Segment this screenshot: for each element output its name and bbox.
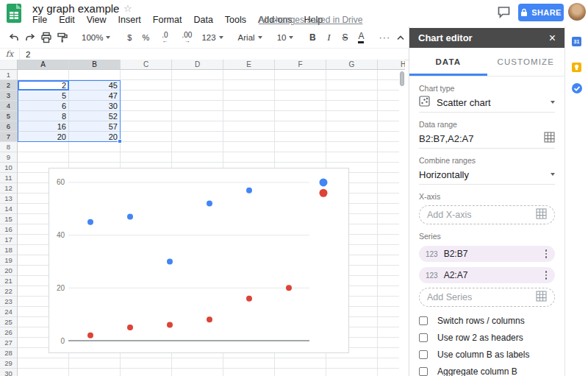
currency-format-button[interactable]: $: [121, 29, 137, 46]
undo-icon[interactable]: [6, 29, 22, 46]
checkbox-row-switch-rows-columns[interactable]: Switch rows / columns: [419, 316, 555, 326]
paint-format-icon[interactable]: [54, 29, 71, 46]
cell-A3[interactable]: 5: [18, 91, 66, 101]
row-header-30[interactable]: 30: [0, 369, 18, 376]
row-header-16[interactable]: 16: [0, 224, 18, 235]
row-header-2[interactable]: 2: [0, 80, 18, 91]
menu-format[interactable]: Format: [147, 13, 188, 26]
select-range-grid-icon[interactable]: [544, 132, 555, 146]
tasks-icon[interactable]: [572, 83, 582, 96]
column-header-B[interactable]: B: [69, 60, 121, 70]
row-header-3[interactable]: 3: [0, 91, 18, 101]
cell-A7[interactable]: 20: [18, 132, 66, 142]
cell-B3[interactable]: 47: [69, 91, 118, 101]
checkbox-row-aggregate-column-b[interactable]: Aggregate column B: [419, 366, 555, 376]
row-header-9[interactable]: 9: [0, 152, 18, 163]
share-button[interactable]: SHARE: [518, 4, 564, 21]
row-header-14[interactable]: 14: [0, 204, 18, 214]
percent-format-button[interactable]: %: [137, 29, 154, 46]
checkbox-unchecked[interactable]: [419, 316, 428, 325]
column-header-D[interactable]: D: [172, 60, 223, 70]
chart-type-select[interactable]: Scatter chart: [419, 93, 555, 113]
avatar[interactable]: [568, 3, 586, 21]
font-family-select[interactable]: Arial: [234, 29, 266, 46]
checkbox-row-use-row-2-as-headers[interactable]: Use row 2 as headers: [419, 333, 555, 343]
column-header-G[interactable]: G: [326, 60, 378, 70]
point-A2:A7-1[interactable]: [87, 333, 93, 338]
row-header-23[interactable]: 23: [0, 297, 18, 307]
point-B2:B7-3[interactable]: [167, 258, 173, 264]
column-header-E[interactable]: E: [223, 60, 275, 70]
point-B2:B7-4[interactable]: [207, 201, 212, 207]
collapse-toolbar-icon[interactable]: [392, 29, 409, 46]
comment-icon[interactable]: [497, 6, 511, 21]
menu-tools[interactable]: Tools: [219, 13, 252, 26]
point-A2:A7-5[interactable]: [246, 296, 252, 302]
cell-A4[interactable]: 6: [18, 101, 66, 111]
row-header-28[interactable]: 28: [0, 348, 18, 358]
point-A2:A7-4[interactable]: [207, 316, 212, 322]
fill-handle[interactable]: [118, 139, 122, 143]
bold-button[interactable]: B: [304, 29, 320, 46]
row-header-13[interactable]: 13: [0, 194, 18, 204]
row-header-7[interactable]: 7: [0, 132, 18, 142]
row-header-26[interactable]: 26: [0, 327, 18, 338]
row-header-8[interactable]: 8: [0, 142, 18, 152]
menu-view[interactable]: View: [81, 13, 112, 26]
row-header-15[interactable]: 15: [0, 214, 18, 224]
series-item-a2a7[interactable]: 123A2:A7: [419, 267, 555, 283]
point-B2:B7-5[interactable]: [246, 188, 252, 194]
checkbox-unchecked[interactable]: [419, 333, 428, 342]
row-header-17[interactable]: 17: [0, 235, 18, 245]
data-range-field[interactable]: B2:B7,A2:A7: [419, 129, 555, 149]
select-all-corner[interactable]: [0, 60, 18, 70]
row-header-12[interactable]: 12: [0, 183, 18, 194]
cell-A2[interactable]: 2: [18, 80, 66, 91]
cell-A6[interactable]: 16: [18, 121, 66, 132]
row-header-25[interactable]: 25: [0, 317, 18, 327]
close-icon[interactable]: ×: [549, 32, 556, 44]
tab-customize[interactable]: CUSTOMIZE: [487, 48, 565, 76]
cell-A5[interactable]: 8: [18, 111, 66, 121]
tab-data[interactable]: DATA: [409, 48, 487, 76]
select-range-grid-icon[interactable]: [536, 291, 547, 305]
cell-B4[interactable]: 30: [69, 101, 118, 111]
formula-bar[interactable]: fx 2: [0, 49, 409, 60]
point-A2:A7-6[interactable]: [286, 285, 292, 291]
row-header-1[interactable]: 1: [0, 70, 18, 80]
add-series-field[interactable]: Add Series: [419, 288, 555, 307]
star-icon[interactable]: ☆: [123, 3, 132, 14]
row-header-6[interactable]: 6: [0, 121, 18, 132]
column-header-F[interactable]: F: [275, 60, 326, 70]
vertical-scrollbar-thumb[interactable]: [400, 71, 404, 86]
decrease-decimal-button[interactable]: .0 ←: [154, 29, 176, 46]
strikethrough-button[interactable]: S: [337, 29, 353, 46]
text-color-button[interactable]: A: [353, 29, 369, 46]
save-status-link[interactable]: All changes saved in Drive: [259, 15, 362, 25]
series-item-b2b7[interactable]: 123B2:B7: [419, 246, 555, 262]
highlight-point-A2:A7[interactable]: [319, 189, 327, 197]
more-formats-button[interactable]: 123: [198, 29, 226, 46]
increase-decimal-button[interactable]: .00 →: [176, 29, 198, 46]
row-header-20[interactable]: 20: [0, 266, 18, 276]
column-header-A[interactable]: A: [18, 60, 69, 70]
menu-insert[interactable]: Insert: [112, 13, 147, 26]
row-header-22[interactable]: 22: [0, 286, 18, 297]
select-range-grid-icon[interactable]: [536, 208, 547, 222]
redo-icon[interactable]: [22, 29, 38, 46]
vertical-dots-menu-icon[interactable]: [544, 248, 549, 260]
combine-ranges-select[interactable]: Horizontally: [419, 165, 555, 185]
keep-icon[interactable]: [572, 62, 581, 75]
row-header-29[interactable]: 29: [0, 358, 18, 369]
formula-bar-value[interactable]: 2: [20, 50, 30, 59]
menu-edit[interactable]: Edit: [53, 13, 81, 26]
embedded-chart[interactable]: 0204060: [49, 168, 349, 353]
checkbox-unchecked[interactable]: [419, 350, 428, 359]
row-header-10[interactable]: 10: [0, 163, 18, 173]
more-toolbar-icon[interactable]: ···: [376, 29, 392, 46]
cell-B5[interactable]: 52: [69, 111, 118, 121]
point-B2:B7-1[interactable]: [87, 219, 93, 225]
row-header-5[interactable]: 5: [0, 111, 18, 121]
column-header-H[interactable]: H: [378, 60, 405, 70]
vertical-dots-menu-icon[interactable]: [544, 269, 549, 281]
